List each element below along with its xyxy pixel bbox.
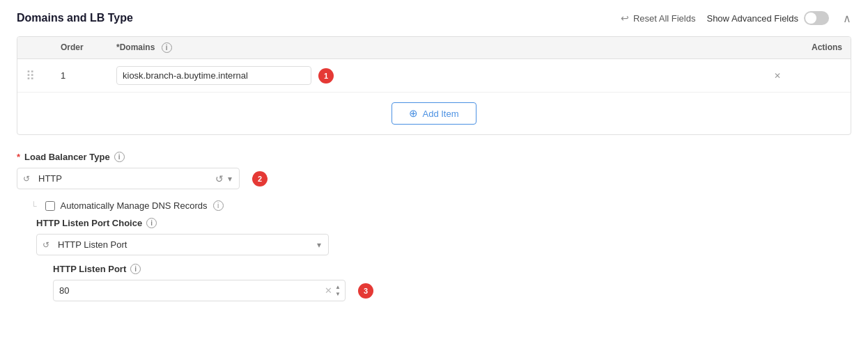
th-empty bbox=[26, 42, 61, 53]
advanced-toggle-wrapper: Show Advanced Fields bbox=[706, 11, 829, 25]
lb-type-select-wrapper: ↺ HTTP ↺ ▾ bbox=[17, 168, 240, 189]
drag-handle[interactable]: ⠿ bbox=[26, 68, 61, 84]
http-listen-port-choice-section: HTTP Listen Port Choice i ↺ HTTP Listen … bbox=[36, 218, 851, 255]
th-domains: *Domains i bbox=[116, 42, 786, 53]
collapse-button[interactable]: ∧ bbox=[843, 12, 851, 25]
http-listen-port-choice-recycle-icon: ↺ bbox=[37, 240, 55, 250]
reset-all-fields-button[interactable]: ↩ Reset All Fields bbox=[621, 13, 696, 24]
lb-type-section: * Load Balancer Type i ↺ HTTP ↺ ▾ 2 bbox=[17, 152, 851, 189]
domains-table: Order *Domains i Actions ⠿ 1 ✕ 1 ⊕ Add I… bbox=[17, 36, 851, 135]
add-item-plus-icon: ⊕ bbox=[409, 107, 418, 120]
lb-type-label: * Load Balancer Type i bbox=[17, 152, 851, 162]
step-badge-1: 1 bbox=[318, 68, 334, 84]
auto-dns-checkbox[interactable] bbox=[45, 201, 55, 211]
lb-type-value: HTTP bbox=[36, 168, 212, 189]
domain-clear-button[interactable]: ✕ bbox=[774, 71, 781, 81]
required-star: * bbox=[17, 152, 20, 162]
http-listen-port-choice-label: HTTP Listen Port Choice i bbox=[36, 218, 851, 228]
add-item-button[interactable]: ⊕ Add Item bbox=[392, 102, 476, 125]
add-item-row: ⊕ Add Item bbox=[17, 93, 851, 134]
page-header: Domains and LB Type ↩ Reset All Fields S… bbox=[17, 11, 851, 25]
th-order: Order bbox=[61, 42, 116, 53]
table-row: ⠿ 1 ✕ 1 bbox=[17, 59, 851, 93]
lb-type-select-actions: ↺ ▾ bbox=[212, 173, 239, 184]
auto-dns-row: └ Automatically Manage DNS Records i bbox=[31, 200, 851, 211]
page-title: Domains and LB Type bbox=[17, 12, 133, 24]
indent-connector: └ bbox=[31, 201, 37, 211]
http-listen-port-choice-value: HTTP Listen Port bbox=[55, 235, 310, 255]
port-clear-button[interactable]: ✕ bbox=[325, 285, 332, 296]
auto-dns-label: Automatically Manage DNS Records bbox=[61, 200, 208, 211]
auto-dns-info-icon[interactable]: i bbox=[213, 200, 224, 211]
port-decrement-button[interactable]: ▼ bbox=[335, 291, 341, 298]
http-listen-port-choice-chevron[interactable]: ▾ bbox=[310, 240, 328, 250]
port-increment-button[interactable]: ▲ bbox=[335, 284, 341, 291]
lb-type-recycle-icon: ↺ bbox=[17, 174, 36, 184]
lb-type-refresh-button[interactable]: ↺ bbox=[212, 173, 226, 184]
http-listen-port-info-icon[interactable]: i bbox=[130, 264, 141, 274]
step-badge-2: 2 bbox=[252, 171, 268, 187]
lb-type-info-icon[interactable]: i bbox=[114, 152, 125, 162]
step-badge-3: 3 bbox=[358, 283, 373, 299]
header-actions: ↩ Reset All Fields Show Advanced Fields … bbox=[621, 11, 851, 25]
lb-type-chevron-button[interactable]: ▾ bbox=[226, 174, 233, 184]
port-spinner: ▲ ▼ bbox=[335, 284, 341, 297]
table-header-row: Order *Domains i Actions bbox=[17, 37, 851, 59]
advanced-toggle-switch[interactable] bbox=[804, 11, 829, 25]
http-listen-port-input-wrapper: ✕ ▲ ▼ bbox=[53, 280, 346, 301]
domain-input-cell: ✕ 1 bbox=[116, 66, 786, 85]
domains-info-icon[interactable]: i bbox=[162, 42, 172, 53]
reset-icon: ↩ bbox=[621, 13, 629, 24]
http-listen-port-choice-select-wrapper: ↺ HTTP Listen Port ▾ bbox=[36, 234, 329, 255]
th-actions: Actions bbox=[786, 42, 842, 53]
port-input-actions: ✕ ▲ ▼ bbox=[325, 284, 345, 297]
row-number: 1 bbox=[61, 70, 116, 81]
domain-input[interactable] bbox=[116, 66, 311, 85]
http-listen-port-choice-info-icon[interactable]: i bbox=[146, 218, 157, 228]
http-listen-port-input[interactable] bbox=[54, 280, 325, 301]
http-listen-port-section: HTTP Listen Port i ✕ ▲ ▼ 3 bbox=[53, 264, 851, 301]
http-listen-port-label: HTTP Listen Port i bbox=[53, 264, 851, 274]
